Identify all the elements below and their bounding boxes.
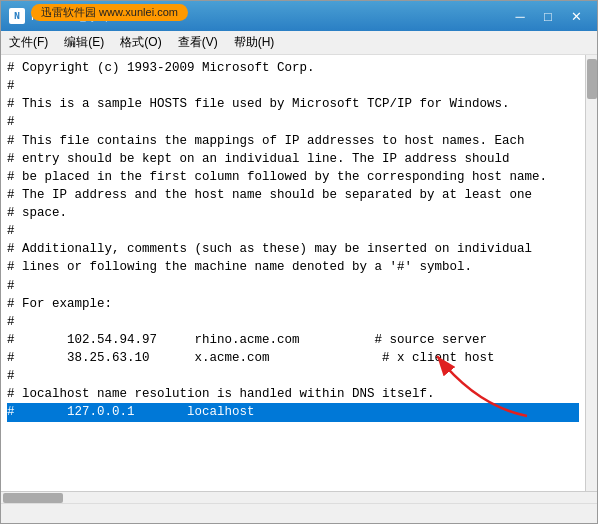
- title-bar: N hosts - 记事本 迅雷软件园 www.xunlei.com ─ □ ✕: [1, 1, 597, 31]
- text-line: #: [7, 77, 579, 95]
- title-controls: ─ □ ✕: [507, 6, 589, 26]
- text-line: #: [7, 222, 579, 240]
- close-button[interactable]: ✕: [563, 6, 589, 26]
- scrollbar-thumb-y[interactable]: [587, 59, 597, 99]
- text-line: #: [7, 277, 579, 295]
- scrollbar-y[interactable]: [585, 55, 597, 491]
- menu-format[interactable]: 格式(O): [112, 31, 169, 54]
- text-line: # Additionally, comments (such as these)…: [7, 240, 579, 258]
- text-line: #: [7, 367, 579, 385]
- text-line: # 38.25.63.10 x.acme.com # x client host: [7, 349, 579, 367]
- text-line: # localhost name resolution is handled w…: [7, 385, 579, 403]
- menu-help[interactable]: 帮助(H): [226, 31, 283, 54]
- maximize-button[interactable]: □: [535, 6, 561, 26]
- text-line: # 127.0.0.1 localhost: [7, 403, 579, 421]
- menu-view[interactable]: 查看(V): [170, 31, 226, 54]
- status-bar: [1, 503, 597, 523]
- watermark-badge: 迅雷软件园 www.xunlei.com: [31, 4, 188, 21]
- menu-file[interactable]: 文件(F): [1, 31, 56, 54]
- text-line: # Copyright (c) 1993-2009 Microsoft Corp…: [7, 59, 579, 77]
- scrollbar-thumb-x[interactable]: [3, 493, 63, 503]
- text-line: # 102.54.94.97 rhino.acme.com # source s…: [7, 331, 579, 349]
- editor-area[interactable]: # Copyright (c) 1993-2009 Microsoft Corp…: [1, 55, 597, 491]
- text-line: # entry should be kept on an individual …: [7, 150, 579, 168]
- text-content[interactable]: # Copyright (c) 1993-2009 Microsoft Corp…: [1, 55, 585, 491]
- text-line: # For example:: [7, 295, 579, 313]
- menu-edit[interactable]: 编辑(E): [56, 31, 112, 54]
- window: N hosts - 记事本 迅雷软件园 www.xunlei.com ─ □ ✕…: [0, 0, 598, 524]
- app-icon: N: [9, 8, 25, 24]
- menu-bar: 文件(F) 编辑(E) 格式(O) 查看(V) 帮助(H): [1, 31, 597, 55]
- scrollbar-x[interactable]: [1, 491, 597, 503]
- text-line: #: [7, 113, 579, 131]
- minimize-button[interactable]: ─: [507, 6, 533, 26]
- text-line: # This file contains the mappings of IP …: [7, 132, 579, 150]
- text-line: #: [7, 313, 579, 331]
- text-line: # be placed in the first column followed…: [7, 168, 579, 186]
- text-line: # The IP address and the host name shoul…: [7, 186, 579, 204]
- text-line: # This is a sample HOSTS file used by Mi…: [7, 95, 579, 113]
- text-line: # lines or following the machine name de…: [7, 258, 579, 276]
- text-line: # space.: [7, 204, 579, 222]
